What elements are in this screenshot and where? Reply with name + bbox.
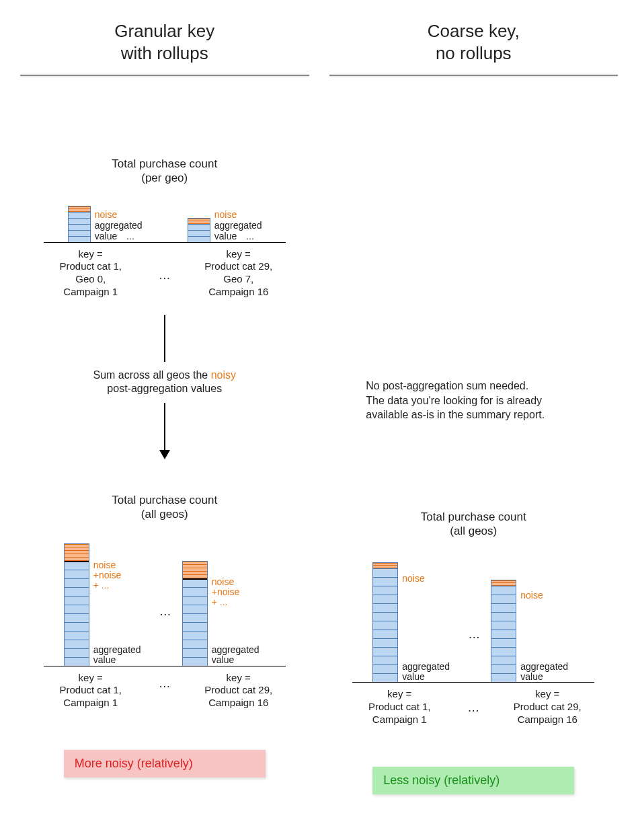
- rbb1s4: [373, 595, 397, 603]
- top-bar-2-ell: ...: [246, 231, 254, 241]
- lbb2-labels: noise +noise + ... aggregated value: [212, 577, 260, 666]
- rbb2-noise: noise: [520, 590, 543, 601]
- top-bar-1-noise-label: noise: [95, 209, 117, 220]
- left-column: Granular key with rollups Total purchase…: [20, 20, 309, 794]
- tk1l3: Geo 0,: [75, 273, 106, 284]
- rbb1s5: [373, 603, 397, 612]
- rbb1-al2: value: [402, 671, 424, 682]
- lbb1s11: [65, 648, 89, 657]
- right-title: Coarse key, no rollups: [428, 20, 520, 64]
- lbb2s5: [183, 613, 207, 622]
- lbk-ell: …: [159, 672, 171, 691]
- arrow-text-noisy: noisy: [211, 369, 236, 381]
- lbb1s8: [65, 622, 89, 631]
- top-chart: noise aggregated value ...: [44, 195, 286, 299]
- rbb1s9: [373, 638, 397, 647]
- rbb2s4: [491, 612, 516, 621]
- tk2l2: Product cat 29,: [204, 260, 272, 272]
- arrow-line-bottom: [164, 403, 165, 450]
- right-column: Coarse key, no rollups No post-aggregati…: [329, 20, 619, 794]
- right-big-bar-1-wrap: noise aggregated value: [372, 562, 450, 682]
- rbk1: key = Product cat 1, Campaign 1: [352, 688, 446, 726]
- top-bar-1-agg-l1: aggregated: [95, 220, 143, 231]
- lbct-l1: Total purchase count: [112, 494, 217, 506]
- ri-l1: No post-aggregation sum needed.: [366, 380, 528, 391]
- lbb2s1: [183, 578, 207, 587]
- top-bar-2-agg-l2: value: [214, 231, 237, 241]
- top-chart-title-l2: (per geo): [141, 171, 188, 184]
- left-big-bar-2-wrap: noise +noise + ... aggregated value: [182, 561, 260, 666]
- lbb1-gap: [93, 591, 141, 645]
- left-big-bar-1-wrap: noise +noise + ... aggregated value: [64, 543, 141, 666]
- right-big-bar-2-wrap: noise aggregated value: [491, 580, 568, 682]
- top-bar-1-agg-l2: value: [95, 231, 117, 241]
- lbb1s12: [65, 657, 89, 666]
- left-title-line1: Granular key: [114, 21, 214, 41]
- left-conclusion-pill: More noisy (relatively): [64, 750, 266, 777]
- rbb1s7: [373, 621, 397, 629]
- right-bottom-chart: …: [352, 547, 594, 726]
- arrow-text-l2: post-aggregation values: [107, 383, 222, 394]
- right-big-bar-2: [491, 580, 516, 682]
- left-title-line2: with rollups: [121, 43, 208, 63]
- lbk1l2: Product cat 1,: [59, 684, 122, 695]
- rbk2l3: Campaign 16: [518, 714, 577, 725]
- top-bar-1: [68, 206, 91, 242]
- rbb2s7: [491, 638, 516, 647]
- right-bottom-keys: key = Product cat 1, Campaign 1 … key = …: [352, 688, 594, 726]
- rbk1l1: key =: [387, 688, 411, 699]
- tb1s2: [69, 218, 90, 224]
- lbb1s2: [65, 570, 89, 578]
- rbk1l3: Campaign 1: [372, 714, 427, 725]
- rbb2s10: [491, 664, 516, 673]
- rbb2s1: [491, 586, 516, 595]
- top-bar-2: [188, 218, 210, 242]
- rbb2-al1: aggregated: [520, 661, 568, 672]
- right-bottom-chart-title: Total purchase count (all geos): [421, 510, 526, 539]
- rbb2-labels: noise aggregated value: [520, 590, 568, 682]
- top-key-1: key = Product cat 1, Geo 0, Campaign 1: [44, 248, 138, 299]
- lbb2s4: [183, 605, 207, 613]
- tk1l2: Product cat 1,: [59, 260, 122, 272]
- lbb1al2: value: [93, 654, 116, 665]
- lbb1s6: [65, 605, 89, 613]
- left-bottom-chart: …: [44, 531, 286, 710]
- top-bar-2-wrap: noise aggregated value ...: [188, 209, 262, 241]
- tb1s3: [69, 224, 90, 230]
- rbb1-labels: noise aggregated value: [402, 574, 450, 682]
- arrow-line-top: [164, 315, 165, 362]
- lbb2al1: aggregated: [212, 644, 260, 655]
- rbb1-gap: [402, 584, 450, 662]
- right-title-rule: [329, 75, 619, 76]
- tb2s3: [188, 236, 210, 242]
- lbb2s3: [183, 596, 207, 605]
- lbk2l3: Campaign 16: [208, 697, 268, 708]
- two-column-layout: Granular key with rollups Total purchase…: [20, 20, 618, 794]
- left-bottom-chart-title: Total purchase count (all geos): [112, 493, 217, 522]
- lbb1-labels: noise +noise + ... aggregated value: [93, 560, 141, 666]
- top-bar-2-agg-l1: aggregated: [214, 220, 262, 231]
- lbb2nl3: + ...: [212, 597, 228, 607]
- rbk2l2: Product cat 29,: [514, 701, 582, 712]
- top-key-ellipsis: …: [159, 264, 171, 283]
- right-big-bar-1: [372, 562, 398, 682]
- lbb1s10: [65, 640, 89, 648]
- lbb1s9: [65, 631, 89, 640]
- right-conclusion-pill: Less noisy (relatively): [372, 767, 574, 794]
- rbct-l1: Total purchase count: [421, 510, 526, 523]
- rbct-l2: (all geos): [450, 525, 497, 537]
- lbb2al2: value: [212, 654, 234, 665]
- left-big-bar-2: [182, 561, 208, 666]
- lbb1nl3: + ...: [93, 580, 110, 590]
- right-title-l1: Coarse key,: [428, 21, 520, 41]
- tb1s4: [69, 230, 90, 236]
- rbb1s8: [373, 629, 397, 638]
- arrow-text: Sum across all geos the noisy post-aggre…: [93, 369, 236, 397]
- tb1s1: [69, 212, 90, 218]
- left-bottom-axis: [44, 666, 286, 666]
- lbb2s10: [183, 657, 207, 666]
- lbb1s5: [65, 596, 89, 605]
- left-big-bars: …: [44, 531, 286, 666]
- rbb1s11: [373, 656, 397, 664]
- right-big-bars: …: [352, 547, 594, 682]
